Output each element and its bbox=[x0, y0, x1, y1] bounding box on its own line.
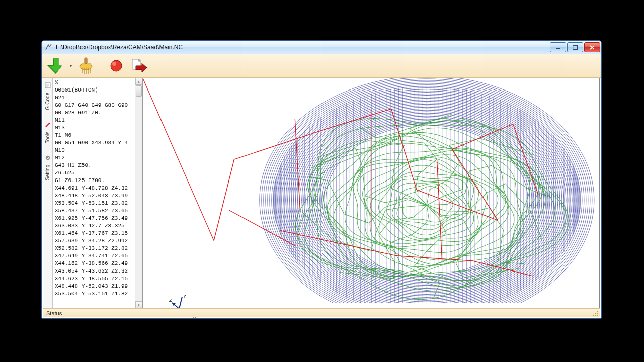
gcode-line[interactable]: O0001(BOTTON) bbox=[55, 86, 135, 94]
window-title: F:\DropBox\Dropbox\Reza\CAM\Saad\Main.NC bbox=[56, 44, 183, 51]
resize-grip[interactable] bbox=[593, 310, 599, 316]
scroll-up-button[interactable]: ▴ bbox=[135, 78, 142, 85]
gcode-line[interactable]: M13 bbox=[55, 124, 135, 132]
maximize-button[interactable] bbox=[567, 42, 583, 52]
toolbar: ▾ bbox=[42, 54, 601, 78]
gcode-list[interactable]: %O0001(BOTTON)G21G0 G17 G40 G49 G80 G90G… bbox=[55, 79, 135, 298]
svg-text:Z: Z bbox=[169, 298, 172, 303]
svg-rect-1 bbox=[556, 48, 560, 49]
titlebar: F:\DropBox\Dropbox\Reza\CAM\Saad\Main.NC bbox=[42, 41, 601, 54]
svg-point-10 bbox=[47, 157, 48, 158]
gcode-line[interactable]: X52.582 Y-33.172 Z2.82 bbox=[55, 245, 135, 252]
download-dropdown-arrow[interactable]: ▾ bbox=[69, 56, 73, 76]
content-area: G-Code Tools Setting %O0001(BOTTON)G21G0… bbox=[43, 78, 600, 308]
gcode-line[interactable]: X58.437 Y-51.582 Z3.65 bbox=[55, 207, 135, 215]
clean-button[interactable] bbox=[76, 56, 96, 76]
gcode-line[interactable]: X53.504 Y-53.151 Z1.82 bbox=[55, 290, 135, 298]
gcode-line[interactable]: X61.464 Y-37.767 Z3.15 bbox=[55, 230, 135, 237]
svg-rect-3 bbox=[85, 58, 87, 64]
close-button[interactable] bbox=[584, 42, 600, 52]
gcode-line[interactable]: X44.623 Y-48.555 Z2.15 bbox=[55, 275, 135, 283]
svg-line-286 bbox=[214, 159, 234, 240]
gcode-line[interactable]: X44.691 Y-48.728 Z4.32 bbox=[55, 185, 135, 192]
app-window: F:\DropBox\Dropbox\Reza\CAM\Saad\Main.NC… bbox=[41, 40, 602, 319]
gcode-line[interactable]: G0 G17 G40 G49 G80 G90 bbox=[55, 102, 135, 109]
gcode-line[interactable]: X48.448 Y-52.043 Z1.99 bbox=[55, 283, 135, 290]
gcode-icon bbox=[44, 82, 51, 89]
gcode-line[interactable]: X43.054 Y-43.622 Z2.32 bbox=[55, 267, 135, 275]
status-bar: Status bbox=[43, 308, 600, 317]
svg-point-8 bbox=[49, 122, 50, 124]
gcode-scrollbar[interactable]: ▴ ▾ bbox=[135, 78, 142, 308]
scroll-thumb[interactable] bbox=[136, 85, 142, 97]
tab-setting-label: Setting bbox=[45, 165, 50, 180]
tab-gcode[interactable]: G-Code bbox=[44, 80, 52, 112]
minimize-button[interactable] bbox=[550, 42, 566, 52]
svg-rect-0 bbox=[45, 50, 52, 50]
window-buttons bbox=[549, 42, 600, 52]
tab-tools-label: Tools bbox=[45, 132, 50, 143]
svg-text:Y: Y bbox=[183, 294, 186, 299]
run-button[interactable] bbox=[129, 56, 149, 76]
gcode-line[interactable]: X44.162 Y-38.566 Z2.49 bbox=[55, 260, 135, 267]
tab-tools[interactable]: Tools bbox=[44, 119, 52, 145]
gcode-line[interactable]: M10 bbox=[55, 147, 135, 154]
viewport-3d[interactable]: X Y Z bbox=[143, 78, 600, 308]
svg-point-5 bbox=[112, 62, 116, 66]
side-tabs: G-Code Tools Setting bbox=[43, 78, 53, 308]
scroll-down-button[interactable]: ▾ bbox=[135, 301, 142, 308]
tools-icon bbox=[44, 121, 51, 128]
gcode-line[interactable]: X47.649 Y-34.741 Z2.65 bbox=[55, 252, 135, 260]
gcode-line[interactable]: X53.504 Y-53.151 Z3.82 bbox=[55, 200, 135, 207]
download-button[interactable] bbox=[46, 56, 66, 76]
record-button[interactable] bbox=[106, 56, 126, 76]
gcode-line[interactable]: Z6.625 bbox=[55, 169, 135, 177]
svg-line-285 bbox=[143, 78, 214, 240]
gcode-line[interactable]: X48.448 Y-52.043 Z3.99 bbox=[55, 192, 135, 200]
gcode-line[interactable]: X61.925 Y-47.756 Z3.49 bbox=[55, 215, 135, 222]
gcode-line[interactable]: T1 M6 bbox=[55, 132, 135, 139]
tab-gcode-label: G-Code bbox=[45, 93, 50, 110]
tab-setting[interactable]: Setting bbox=[44, 152, 52, 183]
gcode-line[interactable]: G43 H1 Z50. bbox=[55, 162, 135, 169]
gcode-line[interactable]: G0 G28 G91 Z0. bbox=[55, 109, 135, 117]
gcode-line[interactable]: X63.033 Y-42.7 Z3.325 bbox=[55, 222, 135, 230]
gcode-line[interactable]: % bbox=[55, 79, 135, 86]
gear-icon bbox=[44, 154, 51, 161]
svg-point-4 bbox=[111, 60, 122, 71]
gcode-line[interactable]: M12 bbox=[55, 154, 135, 162]
gcode-line[interactable]: G21 bbox=[55, 94, 135, 102]
gcode-line[interactable]: M11 bbox=[55, 117, 135, 124]
gcode-line[interactable]: G1 Z6.125 F700. bbox=[55, 177, 135, 185]
app-icon bbox=[45, 43, 53, 51]
gcode-line[interactable]: X57.639 Y-34.28 Z2.992 bbox=[55, 237, 135, 245]
status-label: Status bbox=[46, 310, 62, 316]
gcode-line[interactable]: G0 G54 G90 X43.984 Y-4 bbox=[55, 139, 135, 147]
svg-rect-2 bbox=[573, 45, 578, 49]
gcode-panel: %O0001(BOTTON)G21G0 G17 G40 G49 G80 G90G… bbox=[53, 78, 143, 308]
